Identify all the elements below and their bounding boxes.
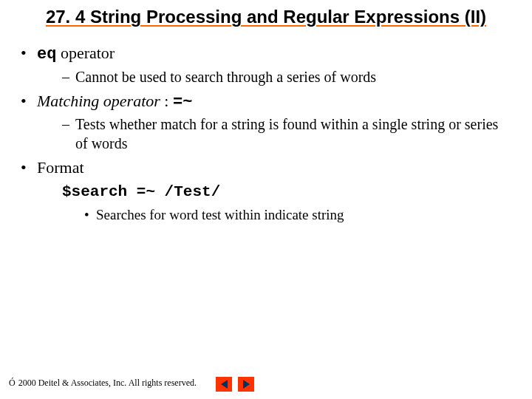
sublist-eq: Cannot be used to search through a serie… [37, 67, 511, 86]
copyright-symbol: Ó [9, 378, 16, 389]
arrow-left-icon [221, 380, 228, 389]
next-button[interactable] [238, 377, 254, 392]
code-match-op: =~ [173, 93, 192, 112]
footer: Ó 2000 Deitel & Associates, Inc. All rig… [9, 378, 197, 389]
sublist-format: Searches for word test within indicate s… [62, 206, 511, 225]
slide: 27. 4 String Processing and Regular Expr… [0, 0, 532, 399]
prev-button[interactable] [216, 377, 232, 392]
bullet-list: eq operator Cannot be used to search thr… [21, 43, 511, 179]
bullet-eq-operator: eq operator Cannot be used to search thr… [21, 43, 511, 86]
bullet-matching-operator: Matching operator : =~ Tests whether mat… [21, 91, 511, 154]
footer-text: 2000 Deitel & Associates, Inc. All right… [18, 378, 197, 389]
slide-body: eq operator Cannot be used to search thr… [0, 28, 532, 225]
sub-eq-cannot: Cannot be used to search through a serie… [62, 67, 511, 86]
code-example: $search =~ /Test/ [62, 182, 511, 202]
arrow-right-icon [243, 380, 250, 389]
code-eq: eq [37, 45, 56, 64]
sub-format-searches: Searches for word test within indicate s… [84, 206, 511, 225]
bullet-format: Format [21, 157, 511, 179]
text-colon: : [160, 92, 173, 110]
nav-buttons [216, 377, 254, 392]
slide-title: 27. 4 String Processing and Regular Expr… [0, 0, 532, 28]
sub-matching-tests: Tests whether match for a string is foun… [62, 115, 511, 153]
text-operator: operator [56, 44, 115, 62]
text-format: Format [37, 158, 84, 177]
sublist-matching: Tests whether match for a string is foun… [37, 115, 511, 153]
text-matching-operator: Matching operator [37, 92, 160, 110]
